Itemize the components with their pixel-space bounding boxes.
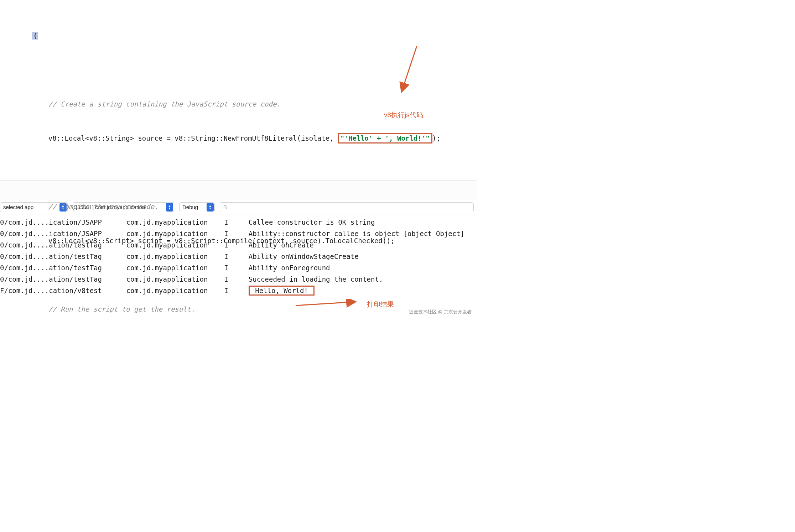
code-line-source-suffix: ); xyxy=(432,134,441,142)
app-filter-label: selected app xyxy=(3,204,33,210)
code-line-source: v8::Local<v8::String> source = v8::Strin… xyxy=(48,134,338,142)
comment-compile: // Compile the source code. xyxy=(48,203,159,210)
open-brace: { xyxy=(32,32,38,40)
string-literal-highlight: "'Hello' + ', World!'" xyxy=(338,133,432,144)
string-hello-world: "'Hello' + ', World!'" xyxy=(340,134,430,142)
code-block: { // Create a string containing the Java… xyxy=(32,7,477,319)
code-editor[interactable]: { // Create a string containing the Java… xyxy=(0,0,477,180)
editor-gutter xyxy=(0,0,18,180)
comment-create-string: // Create a string containing the JavaSc… xyxy=(48,100,281,108)
comment-run: // Run the script to get the result. xyxy=(48,305,195,313)
code-line-compile: v8::Local<v8::Script> script = v8::Scrip… xyxy=(48,237,395,245)
watermark: 掘金技术社区 @ 京东云开发者 xyxy=(409,309,472,315)
